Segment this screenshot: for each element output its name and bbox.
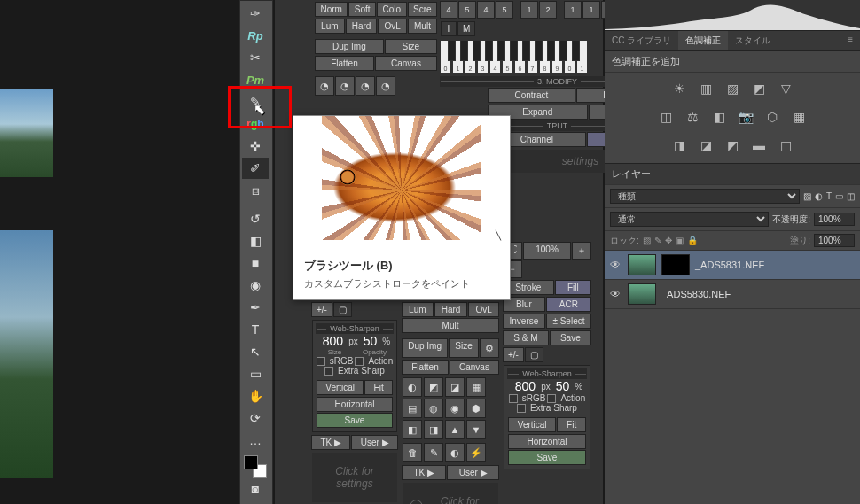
input-button[interactable]: ▢	[333, 302, 352, 317]
color-balance-icon[interactable]: ⚖	[684, 110, 701, 124]
user-button-b[interactable]: User ▶	[447, 465, 499, 480]
circle-preset-1[interactable]: ◔	[315, 76, 334, 96]
num-cell[interactable]: 4	[477, 1, 495, 19]
num-cell[interactable]: 1	[582, 1, 600, 19]
blend-ovl-button[interactable]: OvL	[378, 19, 407, 34]
plus-minus-button-b[interactable]: +/-	[503, 347, 524, 362]
history-brush-tool[interactable]: ↺	[242, 208, 269, 229]
bw-icon[interactable]: ◧	[710, 110, 728, 124]
canvas-button-b[interactable]: Canvas	[450, 360, 499, 375]
lock-artboard-icon[interactable]: ▣	[676, 236, 684, 245]
fit-button-b[interactable]: Fit	[557, 417, 586, 432]
panel-menu-icon[interactable]: ≡	[840, 31, 860, 50]
lum-button[interactable]: Lum	[402, 302, 434, 317]
brush-tool[interactable]: ✐	[242, 158, 269, 179]
zoom-in-button[interactable]: ＋	[572, 242, 591, 260]
tab-adjustments[interactable]: 色調補正	[678, 31, 728, 50]
canvas-button[interactable]: Canvas	[375, 56, 437, 71]
flatten-button[interactable]: Flatten	[315, 56, 374, 71]
zoom-100-button[interactable]: 100%	[523, 242, 571, 260]
photo-filter-icon[interactable]: 📷	[737, 110, 754, 124]
channel-mixer-icon[interactable]: ⬡	[763, 110, 781, 124]
fill-input[interactable]	[814, 234, 855, 247]
gear-icon[interactable]: ⚙	[480, 338, 499, 358]
layer-name[interactable]: _ADS5830.NEF	[661, 289, 731, 299]
num-cell[interactable]: 2	[539, 1, 557, 19]
extra-sharp-checkbox[interactable]	[324, 367, 333, 376]
layer-thumbnail[interactable]	[628, 254, 656, 275]
plusminus-select-button[interactable]: ± Select	[546, 314, 591, 329]
path-select-tool[interactable]: ↖	[242, 341, 269, 362]
num-cell[interactable]: 1	[520, 1, 538, 19]
dodge-tool[interactable]: ◉	[242, 275, 269, 296]
lookup-icon[interactable]: ▦	[790, 110, 808, 124]
gradient-map-icon[interactable]: ▬	[750, 138, 768, 152]
mult-button[interactable]: Mult	[402, 318, 499, 333]
blend-norm-button[interactable]: Norm	[315, 2, 348, 17]
srgb-checkbox[interactable]	[317, 357, 325, 366]
ws-pct-b[interactable]: 50	[552, 379, 574, 393]
action-checkbox-b[interactable]	[547, 394, 556, 403]
ws-px-b[interactable]: 800	[512, 379, 539, 393]
rectangle-tool[interactable]: ▭	[242, 363, 269, 384]
circle-preset-4[interactable]: ◔	[376, 76, 395, 96]
hard-button[interactable]: Hard	[434, 302, 468, 317]
adj-icon[interactable]: ▲	[445, 420, 465, 439]
click-settings-a[interactable]: Click forsettings	[312, 453, 397, 502]
flatten-button-b[interactable]: Flatten	[402, 360, 449, 375]
clone-stamp-tool[interactable]: ⧈	[242, 180, 269, 201]
acr-button[interactable]: ACR	[546, 297, 591, 312]
ws-pct[interactable]: 50	[360, 334, 381, 348]
blend-hard-button[interactable]: Hard	[346, 19, 378, 34]
fit-button[interactable]: Fit	[364, 380, 393, 395]
tab-styles[interactable]: スタイル	[728, 31, 778, 50]
adj-icon[interactable]: ▦	[466, 377, 486, 397]
pen-tool[interactable]: ✒	[242, 297, 269, 318]
filter-smart-icon[interactable]: ◫	[847, 191, 855, 201]
eyedropper-tool[interactable]: ✎	[242, 91, 269, 112]
adj-icon[interactable]: ▤	[403, 399, 422, 418]
layer-row[interactable]: 👁 _ADS5831.NEF	[605, 251, 860, 280]
adj-icon[interactable]: ◩	[424, 377, 443, 397]
filter-image-icon[interactable]: ▨	[803, 191, 811, 201]
brush-icon[interactable]: ✎	[424, 443, 443, 462]
blend-mult-button[interactable]: Mult	[408, 19, 437, 34]
num-cell[interactable]: 5	[496, 1, 513, 19]
contract-button[interactable]: Contract	[488, 88, 575, 103]
save-button-c[interactable]: Save	[508, 450, 586, 465]
fg-bg-colors[interactable]	[242, 456, 269, 477]
adj-icon[interactable]: ◍	[424, 399, 443, 418]
blend-colo-button[interactable]: Colo	[377, 2, 406, 17]
layer-name[interactable]: _ADS5831.NEF	[695, 260, 764, 270]
circle-preset-2[interactable]: ◔	[335, 76, 355, 96]
adj-icon[interactable]: ◪	[445, 377, 465, 397]
trash-icon[interactable]: 🗑	[403, 443, 422, 462]
type-tool[interactable]: T	[242, 319, 269, 340]
gradient-tool[interactable]: ■	[242, 252, 269, 274]
vibrance-icon[interactable]: ▽	[777, 81, 794, 96]
layer-filter-select[interactable]: 種類	[610, 189, 800, 204]
fill-button[interactable]: Fill	[555, 280, 591, 295]
crop-tool[interactable]: ✂	[242, 47, 269, 68]
save-button[interactable]: Save	[317, 413, 393, 428]
brightness-icon[interactable]: ☀	[670, 81, 688, 96]
healing-brush-tool[interactable]: ✑	[242, 3, 269, 24]
m-button[interactable]: M	[457, 21, 475, 36]
screen-mode[interactable]: ▣	[242, 500, 269, 504]
input-b[interactable]: ▢	[525, 347, 543, 362]
vertical-button[interactable]: Vertical	[317, 380, 364, 395]
extra-sharp-checkbox-b[interactable]	[517, 404, 526, 413]
lock-paint-icon[interactable]: ✎	[654, 236, 661, 245]
user-button[interactable]: User ▶	[351, 435, 398, 450]
levels-icon[interactable]: ▥	[697, 81, 715, 96]
posterize-icon[interactable]: ◪	[697, 138, 715, 152]
bolt-icon[interactable]: ⚡	[466, 443, 486, 462]
threshold-icon[interactable]: ◩	[723, 138, 741, 152]
rotate-view-tool[interactable]: ⟳	[242, 407, 269, 429]
hue-sat-icon[interactable]: ◫	[657, 110, 675, 124]
layer-mask-thumbnail[interactable]	[661, 254, 690, 275]
i-button[interactable]: I	[441, 21, 457, 36]
filter-shape-icon[interactable]: ▭	[835, 191, 843, 201]
more-tools[interactable]: …	[242, 430, 269, 451]
blend-mode-select[interactable]: 通常	[610, 212, 769, 227]
